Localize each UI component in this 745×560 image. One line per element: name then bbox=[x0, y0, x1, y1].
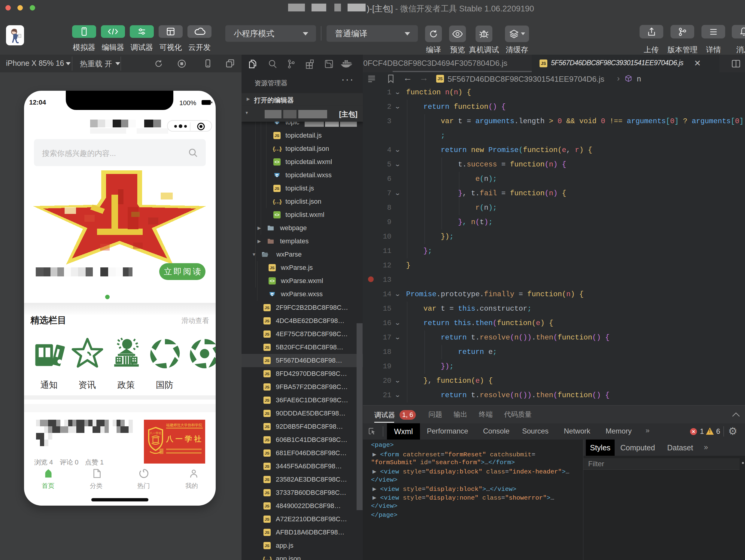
svg-text:八一学社: 八一学社 bbox=[150, 431, 162, 435]
